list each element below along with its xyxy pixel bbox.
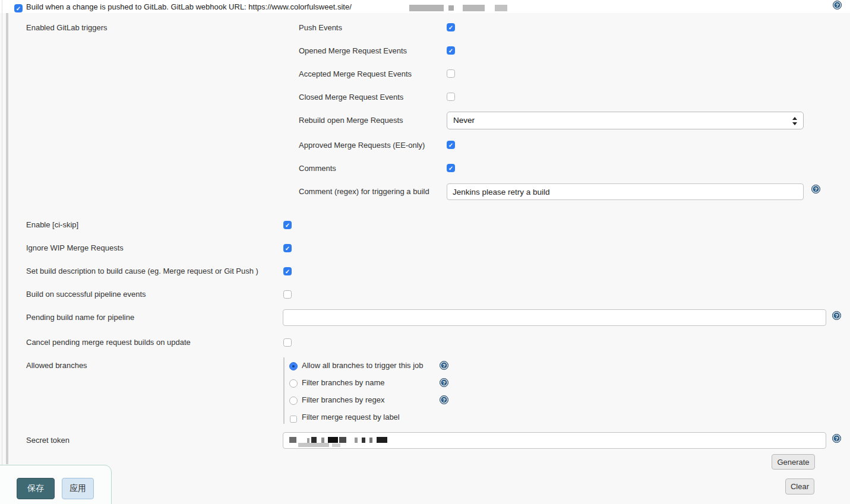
- allowed-branches-label: Allowed branches: [26, 361, 87, 370]
- ci-skip-label: Enable [ci-skip]: [26, 220, 78, 230]
- redacted-url-segment: [463, 5, 485, 11]
- allow-all-branches-radio[interactable]: [289, 362, 298, 370]
- apply-button[interactable]: 应用: [62, 478, 94, 499]
- redacted-token-segment: [339, 437, 346, 443]
- redacted-token-segment: [307, 438, 309, 443]
- help-icon[interactable]: [440, 361, 448, 370]
- comments-checkbox[interactable]: [447, 164, 455, 172]
- ignore-wip-checkbox[interactable]: [283, 244, 292, 252]
- filter-branches-regex-label: Filter branches by regex: [302, 395, 384, 405]
- filter-mr-label-label: Filter merge request by label: [302, 413, 400, 422]
- clear-button[interactable]: Clear: [785, 478, 814, 495]
- ci-skip-checkbox[interactable]: [283, 221, 292, 229]
- redacted-token-segment: [311, 437, 317, 443]
- redacted-token-segment: [369, 438, 372, 443]
- build-description-checkbox[interactable]: [283, 267, 292, 275]
- redacted-token-segment: [377, 437, 387, 443]
- trigger-row-label: Push Events: [299, 23, 342, 33]
- approved-mr-label: Approved Merge Requests (EE-only): [299, 141, 425, 150]
- accepted-mr-events-checkbox[interactable]: [447, 69, 455, 78]
- help-icon[interactable]: [832, 434, 841, 443]
- trigger-row-label: Accepted Merge Request Events: [299, 69, 412, 79]
- filter-branches-name-radio[interactable]: [289, 379, 298, 388]
- build-trigger-label: Build when a change is pushed to GitLab.…: [26, 2, 352, 12]
- help-icon[interactable]: [833, 1, 842, 9]
- rebuild-open-mr-label: Rebuild open Merge Requests: [299, 116, 403, 125]
- select-stepper-icon: [792, 116, 797, 126]
- opened-mr-events-checkbox[interactable]: [447, 46, 455, 55]
- redacted-token-segment: [332, 443, 340, 447]
- closed-mr-events-checkbox[interactable]: [447, 93, 455, 101]
- approved-mr-checkbox[interactable]: [447, 141, 455, 149]
- filter-mr-label-checkbox[interactable]: [290, 416, 297, 423]
- help-icon[interactable]: [440, 395, 448, 404]
- triggers-section-label: Enabled GitLab triggers: [26, 23, 108, 33]
- build-description-label: Set build description to build cause (eg…: [26, 267, 258, 276]
- build-trigger-checkbox[interactable]: [14, 4, 23, 12]
- ignore-wip-label: Ignore WIP Merge Requests: [26, 243, 124, 253]
- comments-label: Comments: [299, 164, 336, 173]
- comment-regex-input[interactable]: [447, 183, 804, 200]
- allow-all-branches-label: Allow all branches to trigger this job: [302, 361, 424, 370]
- redacted-token-segment: [289, 437, 296, 443]
- section-indent-bar: [6, 13, 8, 464]
- rebuild-open-mr-select[interactable]: Never: [447, 112, 804, 129]
- comment-regex-label: Comment (regex) for triggering a build: [299, 187, 429, 196]
- pending-build-input[interactable]: [283, 309, 826, 326]
- redacted-token-segment: [321, 438, 324, 443]
- rebuild-open-mr-selected-value: Never: [453, 116, 475, 125]
- form-left-border: [2, 0, 2, 504]
- pipeline-events-checkbox[interactable]: [283, 290, 292, 299]
- redacted-token-segment: [328, 437, 338, 443]
- save-button[interactable]: 保存: [17, 478, 55, 499]
- push-events-checkbox[interactable]: [447, 23, 455, 31]
- trigger-row-label: Closed Merge Request Events: [299, 93, 403, 102]
- redacted-token-segment: [362, 438, 365, 443]
- filter-branches-name-label: Filter branches by name: [302, 378, 384, 388]
- cancel-pending-checkbox[interactable]: [283, 338, 292, 347]
- pipeline-events-label: Build on successful pipeline events: [26, 290, 146, 299]
- trigger-row-label: Opened Merge Request Events: [299, 46, 407, 56]
- pending-build-label: Pending build name for pipeline: [26, 313, 134, 322]
- filter-branches-regex-radio[interactable]: [289, 397, 298, 405]
- help-icon[interactable]: [832, 311, 841, 320]
- redacted-url-segment: [495, 5, 507, 11]
- allowed-branches-divider: [283, 357, 285, 424]
- secret-token-label: Secret token: [26, 436, 69, 445]
- cancel-pending-label: Cancel pending merge request builds on u…: [26, 338, 191, 347]
- gitlab-trigger-config-page: Build when a change is pushed to GitLab.…: [0, 0, 850, 504]
- redacted-token-segment: [355, 438, 358, 443]
- help-icon[interactable]: [811, 185, 820, 194]
- help-icon[interactable]: [440, 378, 448, 387]
- redacted-token-segment: [298, 443, 329, 447]
- generate-button[interactable]: Generate: [772, 454, 815, 470]
- redacted-url-segment: [448, 5, 454, 11]
- redacted-url-segment: [409, 5, 444, 11]
